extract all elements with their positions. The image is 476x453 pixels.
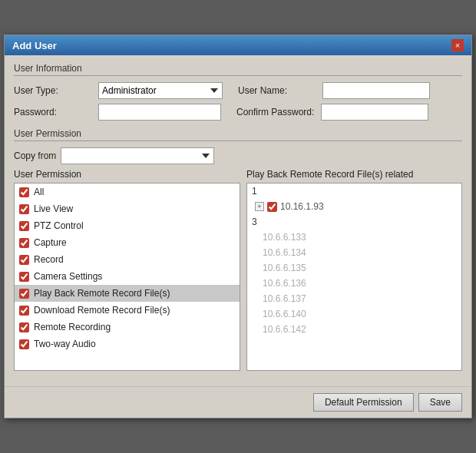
remote-checkbox-10.16.1.93[interactable] xyxy=(267,202,277,212)
copy-from-select[interactable] xyxy=(61,147,214,164)
remote-list-scroll: 1 + 10.16.1.93 3 10.6.6.133 xyxy=(246,183,462,371)
perm-item-record[interactable]: Record xyxy=(15,251,240,268)
confirm-password-label: Confirm Password: xyxy=(236,107,321,117)
perm-item-two-way[interactable]: Two-way Audio xyxy=(15,336,240,352)
user-name-label: User Name: xyxy=(238,85,322,96)
perm-item-playback[interactable]: Play Back Remote Record File(s) xyxy=(15,285,240,302)
user-permission-section: User Permission Copy from User Permissio… xyxy=(14,128,462,371)
user-permission-title: User Permission xyxy=(14,128,462,141)
remote-label-10.16.1.93: 10.16.1.93 xyxy=(280,201,324,212)
password-label: Password: xyxy=(14,107,98,117)
perm-checkbox-record[interactable] xyxy=(19,255,29,265)
perm-item-ptz[interactable]: PTZ Control xyxy=(15,217,240,234)
perm-label-download: Download Remote Record File(s) xyxy=(34,305,170,316)
remote-label-10.6.6.137: 10.6.6.137 xyxy=(263,293,306,304)
remote-label-10.6.6.140: 10.6.6.140 xyxy=(263,309,306,319)
perm-item-download[interactable]: Download Remote Record File(s) xyxy=(15,302,240,319)
remote-item-10.6.6.135: 10.6.6.135 xyxy=(247,260,461,276)
dialog-footer: Default Permission Save xyxy=(5,386,471,418)
default-permission-button[interactable]: Default Permission xyxy=(313,393,414,412)
user-info-title: User Information xyxy=(14,63,462,76)
permission-list-scroll: All Live View PTZ Control xyxy=(14,183,240,371)
perm-checkbox-playback[interactable] xyxy=(19,289,29,299)
perm-checkbox-live-view[interactable] xyxy=(19,204,29,214)
perm-checkbox-download[interactable] xyxy=(19,306,29,316)
remote-item-10.6.6.140: 10.6.6.140 xyxy=(247,306,461,322)
remote-list: 1 + 10.16.1.93 3 10.6.6.133 xyxy=(247,184,461,370)
perm-checkbox-two-way[interactable] xyxy=(19,339,29,349)
perm-label-live-view: Live View xyxy=(34,203,73,214)
permission-right: Play Back Remote Record File(s) related … xyxy=(246,169,462,371)
remote-item-1: 1 xyxy=(247,184,461,199)
add-user-dialog: Add User × User Information User Type: A… xyxy=(4,35,472,418)
user-type-select[interactable]: Administrator Operator Guest xyxy=(98,82,223,99)
user-type-row: User Type: Administrator Operator Guest … xyxy=(14,82,462,99)
permission-list-header: User Permission xyxy=(14,169,240,180)
perm-checkbox-ptz[interactable] xyxy=(19,221,29,231)
remote-label-1: 1 xyxy=(252,186,257,197)
remote-label-10.6.6.133: 10.6.6.133 xyxy=(263,232,306,243)
perm-label-two-way: Two-way Audio xyxy=(34,339,96,349)
remote-item-10.6.6.136: 10.6.6.136 xyxy=(247,276,461,291)
perm-item-remote-recording[interactable]: Remote Recording xyxy=(15,319,240,336)
copy-from-label: Copy from xyxy=(14,150,56,161)
perm-label-capture: Capture xyxy=(34,237,67,248)
perm-checkbox-all[interactable] xyxy=(19,187,29,197)
remote-item-10.6.6.134: 10.6.6.134 xyxy=(247,245,461,260)
perm-label-record: Record xyxy=(34,254,64,265)
user-type-label: User Type: xyxy=(14,85,98,96)
remote-item-10.16.1.93[interactable]: + 10.16.1.93 xyxy=(247,199,461,214)
remote-list-header: Play Back Remote Record File(s) related xyxy=(246,169,462,180)
remote-label-10.6.6.136: 10.6.6.136 xyxy=(263,278,306,289)
confirm-password-input[interactable] xyxy=(321,104,428,121)
expand-icon-10.16.1.93[interactable]: + xyxy=(255,202,264,211)
dialog-body: User Information User Type: Administrato… xyxy=(5,55,471,386)
password-input[interactable] xyxy=(98,104,221,121)
perm-label-playback: Play Back Remote Record File(s) xyxy=(34,288,170,299)
perm-label-camera-settings: Camera Settings xyxy=(34,271,102,282)
dialog-title: Add User xyxy=(12,40,57,51)
copy-from-row: Copy from xyxy=(14,147,462,164)
remote-label-10.6.6.135: 10.6.6.135 xyxy=(263,263,306,273)
permission-left: User Permission All Live View xyxy=(14,169,240,371)
remote-label-10.6.6.134: 10.6.6.134 xyxy=(263,247,306,258)
user-name-input[interactable] xyxy=(322,82,430,99)
remote-label-10.6.6.142: 10.6.6.142 xyxy=(263,324,306,335)
perm-checkbox-capture[interactable] xyxy=(19,238,29,248)
permission-list: All Live View PTZ Control xyxy=(15,184,240,370)
password-row: Password: Confirm Password: xyxy=(14,104,462,121)
remote-label-3: 3 xyxy=(252,217,257,227)
perm-item-camera-settings[interactable]: Camera Settings xyxy=(15,268,240,285)
user-info-section: User Information User Type: Administrato… xyxy=(14,63,462,121)
perm-item-live-view[interactable]: Live View xyxy=(15,200,240,217)
remote-item-10.6.6.142: 10.6.6.142 xyxy=(247,322,461,337)
perm-label-remote-recording: Remote Recording xyxy=(34,322,111,332)
remote-item-10.6.6.133: 10.6.6.133 xyxy=(247,230,461,245)
permission-columns: User Permission All Live View xyxy=(14,169,462,371)
perm-item-capture[interactable]: Capture xyxy=(15,234,240,251)
remote-item-3: 3 xyxy=(247,214,461,230)
perm-item-all[interactable]: All xyxy=(15,184,240,200)
save-button[interactable]: Save xyxy=(418,393,462,412)
perm-checkbox-camera-settings[interactable] xyxy=(19,272,29,282)
perm-label-all: All xyxy=(34,187,44,197)
remote-item-10.6.6.137: 10.6.6.137 xyxy=(247,291,461,306)
perm-checkbox-remote-recording[interactable] xyxy=(19,322,29,332)
dialog-title-bar: Add User × xyxy=(5,35,471,55)
perm-label-ptz: PTZ Control xyxy=(34,220,84,231)
close-button[interactable]: × xyxy=(451,39,464,51)
